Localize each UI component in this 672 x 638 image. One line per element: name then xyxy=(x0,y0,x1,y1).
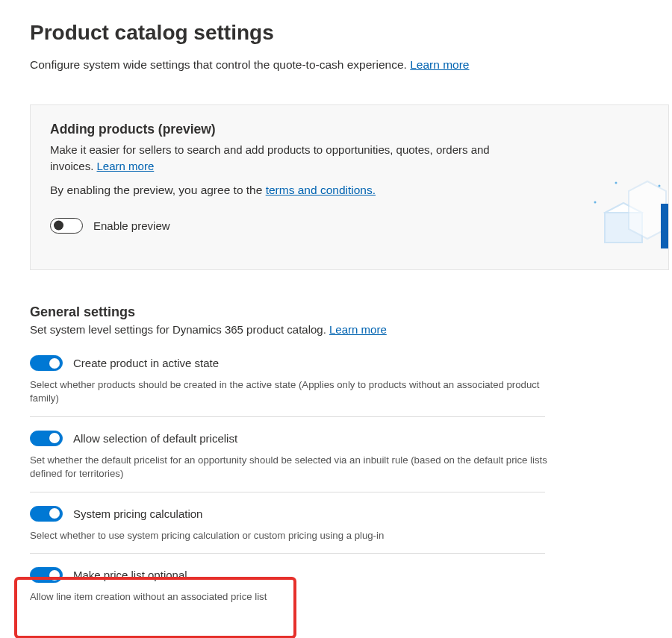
setting-label: System pricing calculation xyxy=(73,507,202,520)
general-settings-sub: Set system level settings for Dynamics 3… xyxy=(30,323,672,336)
toggle-knob xyxy=(49,433,60,443)
setting-system-pricing-calc: System pricing calculation Select whethe… xyxy=(30,492,672,553)
page-subtitle: Configure system wide settings that cont… xyxy=(30,58,672,72)
preview-card: Adding products (preview) Make it easier… xyxy=(30,104,669,270)
setting-help: Allow line item creation without an asso… xyxy=(30,590,553,604)
toggle-knob xyxy=(49,570,60,581)
toggle-knob xyxy=(54,221,63,231)
learn-more-link-header[interactable]: Learn more xyxy=(410,58,469,71)
toggle-create-product-active[interactable] xyxy=(30,355,63,371)
enable-preview-toggle[interactable] xyxy=(50,218,83,234)
enable-preview-label: Enable preview xyxy=(93,219,170,232)
setting-help: Set whether the default pricelist for an… xyxy=(30,454,553,481)
svg-point-3 xyxy=(659,185,661,187)
setting-help: Select whether to use system pricing cal… xyxy=(30,529,553,542)
setting-label: Create product in active state xyxy=(73,357,219,369)
general-learn-more-link[interactable]: Learn more xyxy=(329,323,387,336)
setting-help: Select whether products should be create… xyxy=(30,378,553,406)
enable-preview-toggle-row: Enable preview xyxy=(50,218,649,234)
preview-card-desc: Make it easier for sellers to search and… xyxy=(50,142,498,175)
setting-create-product-active: Create product in active state Select wh… xyxy=(30,352,672,416)
setting-label: Make price list optional xyxy=(73,569,187,581)
page-title: Product catalog settings xyxy=(30,21,672,45)
setting-allow-default-pricelist: Allow selection of default pricelist Set… xyxy=(30,417,672,492)
preview-card-heading: Adding products (preview) xyxy=(50,122,649,137)
toggle-knob xyxy=(49,508,60,519)
toggle-make-price-list-optional[interactable] xyxy=(30,567,63,583)
setting-label: Allow selection of default pricelist xyxy=(73,432,237,445)
page-subtitle-text: Configure system wide settings that cont… xyxy=(30,58,407,71)
general-settings-heading: General settings xyxy=(30,304,672,320)
preview-terms-prefix: By enabling the preview, you agree to th… xyxy=(50,184,266,196)
setting-make-price-list-optional: Make price list optional Allow line item… xyxy=(30,554,672,614)
toggle-knob xyxy=(49,358,60,369)
terms-and-conditions-link[interactable]: terms and conditions. xyxy=(266,184,376,196)
preview-card-terms: By enabling the preview, you agree to th… xyxy=(50,184,649,197)
preview-learn-more-link[interactable]: Learn more xyxy=(97,160,155,172)
svg-rect-6 xyxy=(661,204,668,248)
general-settings-sub-text: Set system level settings for Dynamics 3… xyxy=(30,323,326,336)
toggle-system-pricing-calc[interactable] xyxy=(30,506,63,522)
svg-point-5 xyxy=(594,201,597,204)
toggle-allow-default-pricelist[interactable] xyxy=(30,431,63,446)
